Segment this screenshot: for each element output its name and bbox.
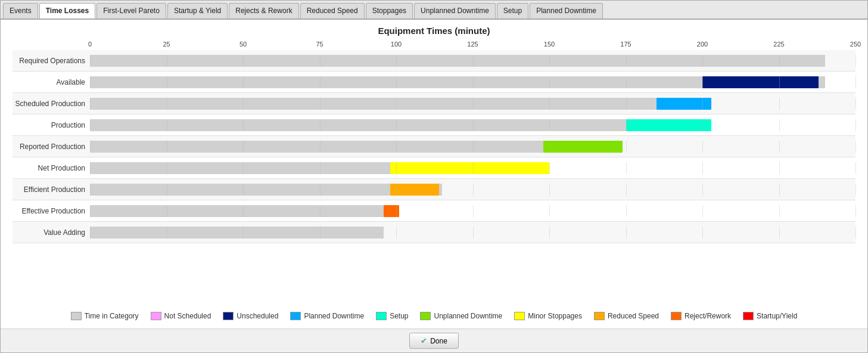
tab-rejects-rework[interactable]: Rejects & Rework	[229, 3, 298, 18]
grid-line	[473, 184, 474, 196]
legend-label: Minor Stoppages	[528, 312, 582, 320]
footer: ✔ Done	[1, 329, 867, 352]
table-row: Efficient Production	[13, 179, 855, 200]
grid-line	[626, 184, 627, 196]
row-label-production: Production	[13, 121, 90, 129]
tab-stoppages[interactable]: Stoppages	[366, 3, 413, 18]
bar-bg	[90, 184, 442, 196]
tab-planned-downtime[interactable]: Planned Downtime	[530, 3, 603, 18]
bar-bg	[90, 119, 702, 131]
bar-fg	[626, 119, 712, 131]
tab-events[interactable]: Events	[3, 3, 38, 18]
table-row: Scheduled Production	[13, 93, 855, 114]
grid-line	[549, 205, 550, 217]
bar-fg	[657, 98, 712, 110]
table-row: Reported Production	[13, 136, 855, 157]
grid-line	[549, 184, 550, 196]
legend-label: Time in Category	[85, 312, 139, 320]
x-axis: 0255075100125150175200225250	[90, 41, 855, 50]
grid-line	[855, 141, 856, 153]
bar-fg	[543, 141, 623, 153]
row-label-required-operations: Required Operations	[13, 57, 90, 65]
tab-setup[interactable]: Setup	[497, 3, 528, 18]
legend: Time in CategoryNot ScheduledUnscheduled…	[13, 307, 855, 323]
chart-container: Equipment Times (minute) 025507510012515…	[1, 20, 867, 329]
tab-time-losses[interactable]: Time Losses	[39, 3, 95, 18]
grid-line	[702, 162, 703, 174]
legend-item: Minor Stoppages	[514, 312, 582, 320]
tab-bar: EventsTime LossesFirst-Level ParetoStart…	[1, 1, 867, 20]
tab-unplanned-downtime[interactable]: Unplanned Downtime	[414, 3, 496, 18]
legend-swatch	[223, 312, 234, 320]
legend-item: Reject/Rework	[671, 312, 731, 320]
x-tick-225: 225	[773, 41, 784, 48]
row-label-net-production: Net Production	[13, 164, 90, 172]
x-tick-25: 25	[163, 41, 170, 48]
bar-track	[90, 55, 855, 67]
legend-swatch	[594, 312, 605, 320]
legend-swatch	[743, 312, 754, 320]
grid-line	[549, 162, 550, 174]
x-tick-75: 75	[316, 41, 323, 48]
legend-label: Unscheduled	[237, 312, 278, 320]
legend-label: Unplanned Downtime	[434, 312, 502, 320]
bar-track	[90, 184, 855, 196]
bar-fg	[390, 162, 549, 174]
done-button[interactable]: ✔ Done	[409, 333, 459, 349]
grid-line	[855, 227, 856, 239]
legend-item: Not Scheduled	[151, 312, 211, 320]
grid-line	[779, 119, 780, 131]
tab-startup-yield[interactable]: Startup & Yield	[167, 3, 228, 18]
grid-line	[702, 227, 703, 239]
legend-label: Reduced Speed	[608, 312, 659, 320]
bar-bg	[90, 141, 617, 153]
x-tick-100: 100	[391, 41, 402, 48]
tab-first-level-pareto[interactable]: First-Level Pareto	[97, 3, 166, 18]
grid-line	[779, 162, 780, 174]
bar-bg	[90, 98, 687, 110]
x-tick-50: 50	[239, 41, 247, 48]
legend-item: Startup/Yield	[743, 312, 797, 320]
legend-swatch	[671, 312, 682, 320]
bar-track	[90, 76, 855, 88]
legend-label: Planned Downtime	[304, 312, 364, 320]
legend-swatch	[376, 312, 387, 320]
legend-item: Time in Category	[71, 312, 139, 320]
bar-bg	[90, 205, 396, 217]
grid-line	[855, 184, 856, 196]
legend-label: Not Scheduled	[164, 312, 211, 320]
bar-track	[90, 98, 855, 110]
grid-line	[855, 76, 856, 88]
legend-swatch	[420, 312, 431, 320]
x-tick-125: 125	[467, 41, 478, 48]
legend-item: Unplanned Downtime	[420, 312, 502, 320]
legend-swatch	[151, 312, 161, 320]
legend-label: Setup	[390, 312, 408, 320]
tab-reduced-speed[interactable]: Reduced Speed	[300, 3, 365, 18]
bar-bg	[90, 227, 384, 239]
table-row: Required Operations	[13, 50, 855, 72]
bar-track	[90, 162, 855, 174]
legend-item: Reduced Speed	[594, 312, 659, 320]
grid-line	[855, 162, 856, 174]
rows-container: Required OperationsAvailableScheduled Pr…	[13, 50, 855, 307]
legend-label: Reject/Rework	[685, 312, 731, 320]
grid-line	[473, 205, 474, 217]
grid-line	[626, 227, 627, 239]
bar-fg	[384, 205, 399, 217]
table-row: Available	[13, 72, 855, 93]
grid-line	[473, 227, 474, 239]
grid-line	[779, 98, 780, 110]
done-label: Done	[430, 337, 447, 345]
grid-line	[779, 184, 780, 196]
legend-swatch	[514, 312, 525, 320]
bar-fg	[390, 184, 439, 196]
legend-item: Planned Downtime	[290, 312, 364, 320]
row-label-reported-production: Reported Production	[13, 143, 90, 151]
x-tick-175: 175	[620, 41, 631, 48]
row-label-scheduled-production: Scheduled Production	[13, 100, 90, 108]
grid-line	[626, 205, 627, 217]
grid-line	[855, 98, 856, 110]
legend-swatch	[290, 312, 301, 320]
bar-track	[90, 119, 855, 131]
